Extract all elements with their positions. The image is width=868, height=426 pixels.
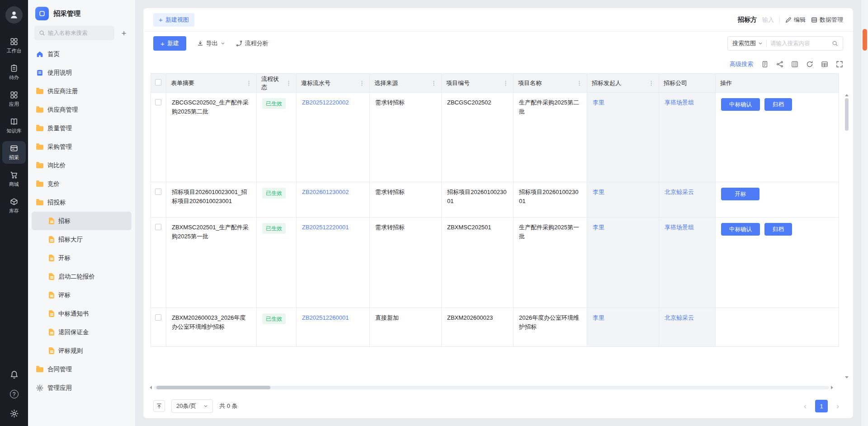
scroll-left-arrow[interactable]: [150, 386, 152, 389]
user-avatar[interactable]: [5, 6, 23, 24]
new-view-button[interactable]: + 新建视图: [153, 13, 194, 27]
settings-gear-icon[interactable]: [10, 409, 19, 418]
sidebar-item-award-notice[interactable]: 中标通知书: [32, 304, 132, 323]
scroll-down-arrow[interactable]: [845, 376, 849, 379]
next-page-button[interactable]: ›: [832, 402, 843, 410]
data-manage-button[interactable]: 数据管理: [811, 16, 843, 24]
sidebar-item-evaluation-rules[interactable]: 评标规则: [32, 341, 132, 360]
initiator-link[interactable]: 李里: [593, 189, 604, 195]
vertical-scrollbar[interactable]: [844, 94, 849, 379]
prev-page-button[interactable]: ‹: [800, 402, 811, 410]
export-doc-icon[interactable]: [761, 61, 769, 68]
horizontal-scroll-thumb[interactable]: [156, 386, 270, 389]
initiator-link[interactable]: 李里: [593, 99, 604, 106]
cell-project-no: 招标项目2026010023001: [442, 182, 514, 218]
sidebar-item-supplier-register[interactable]: 供应商注册: [32, 82, 132, 100]
status-badge: 已生效: [262, 313, 286, 324]
row-checkbox[interactable]: [155, 314, 161, 321]
sidebar-item-home[interactable]: 首页: [32, 45, 132, 63]
export-button[interactable]: 导出: [197, 39, 225, 47]
table-grid-icon[interactable]: [821, 61, 828, 68]
sidebar-item-quality-management[interactable]: 质量管理: [32, 119, 132, 137]
share-flow-icon[interactable]: [776, 61, 783, 68]
flow-analysis-button[interactable]: 流程分析: [236, 39, 269, 47]
select-all-checkbox[interactable]: [155, 79, 161, 85]
archive-button[interactable]: 归档: [764, 223, 792, 236]
sidebar-item-refund-deposit[interactable]: 退回保证金: [32, 323, 132, 341]
confirm-award-button[interactable]: 中标确认: [721, 98, 760, 111]
page-size-select[interactable]: 20条/页: [171, 399, 213, 413]
rail-item-inventory[interactable]: 库存: [2, 194, 26, 217]
sidebar-search-input[interactable]: [48, 30, 110, 36]
search-icon[interactable]: [832, 40, 838, 47]
open-bid-button[interactable]: 开标: [721, 188, 760, 200]
create-button[interactable]: + 新建: [153, 36, 186, 51]
sidebar-item-second-round-quote[interactable]: 启动二轮报价: [32, 267, 132, 286]
initiator-link[interactable]: 李里: [593, 224, 604, 231]
archive-button[interactable]: 归档: [764, 98, 792, 111]
column-settings-icon[interactable]: [791, 61, 798, 68]
sidebar-item-supplier-management[interactable]: 供应商管理: [32, 100, 132, 119]
sidebar-item-guide[interactable]: 使用说明: [32, 63, 132, 82]
sidebar-item-manage-apps[interactable]: 管理应用: [32, 379, 132, 397]
sidebar-item-tender-hall[interactable]: 招标大厅: [32, 230, 132, 249]
rail-item-todo[interactable]: 待办: [2, 61, 26, 84]
search-scope-select[interactable]: 搜索范围: [732, 39, 763, 47]
flow-no-link[interactable]: ZB202601230002: [302, 189, 349, 195]
pagination-bar: 20条/页 共 0 条 ‹ 1 ›: [143, 394, 853, 418]
sidebar-search[interactable]: [34, 26, 114, 40]
window-scrollbar[interactable]: [861, 0, 868, 426]
vertical-scroll-thumb[interactable]: [845, 98, 849, 131]
sidebar-item-bid-evaluation[interactable]: 评标: [32, 286, 132, 304]
sidebar-item-tender[interactable]: 招标: [32, 212, 132, 230]
role-input[interactable]: 输入: [762, 16, 774, 24]
column-menu-icon[interactable]: ⋮: [576, 80, 582, 86]
sidebar-item-contract-management[interactable]: 合同管理: [32, 360, 132, 379]
column-menu-icon[interactable]: ⋮: [431, 80, 437, 86]
row-checkbox[interactable]: [155, 189, 161, 195]
confirm-award-button[interactable]: 中标确认: [721, 223, 760, 236]
flow-no-link[interactable]: ZB202512220002: [302, 99, 349, 106]
company-link[interactable]: 享搭场景组: [665, 99, 694, 106]
row-checkbox[interactable]: [155, 224, 161, 230]
folder-open-icon: [36, 200, 43, 205]
sidebar-item-inquiry-compare[interactable]: 询比价: [32, 156, 132, 175]
refresh-icon[interactable]: [806, 61, 813, 68]
current-page-button[interactable]: 1: [815, 400, 828, 412]
column-menu-icon[interactable]: ⋮: [286, 80, 292, 86]
sidebar-item-tender-folder[interactable]: 招投标: [32, 193, 132, 212]
sidebar-item-bid-opening[interactable]: 开标: [32, 249, 132, 267]
rail-item-mall[interactable]: 商城: [2, 168, 26, 190]
flow-no-link[interactable]: ZB202512220001: [302, 224, 349, 231]
window-scroll-thumb[interactable]: [863, 29, 867, 51]
sidebar-item-purchase-management[interactable]: 采购管理: [32, 137, 132, 156]
horizontal-scrollbar[interactable]: [150, 385, 833, 390]
company-link[interactable]: 北京鲸采云: [665, 189, 694, 195]
company-link[interactable]: 北京鲸采云: [665, 314, 694, 321]
table-search-input[interactable]: [770, 40, 828, 47]
rail-item-knowledge[interactable]: 知识库: [2, 114, 26, 137]
initiator-link[interactable]: 李里: [593, 314, 604, 321]
table-row: ZBXMSC202501_生产配件采购2025第一批 已生效 ZB2025122…: [151, 218, 839, 308]
scroll-right-arrow[interactable]: [831, 386, 833, 389]
flow-no-link[interactable]: ZB202512260001: [302, 314, 349, 321]
notification-bell-icon[interactable]: [10, 370, 19, 379]
edit-button[interactable]: 编辑: [785, 16, 806, 24]
rail-item-apps[interactable]: 应用: [2, 88, 26, 110]
fullscreen-icon[interactable]: [836, 61, 843, 68]
sidebar-item-auction[interactable]: 竞价: [32, 175, 132, 193]
help-icon[interactable]: ?: [10, 390, 19, 398]
row-checkbox[interactable]: [155, 99, 161, 105]
column-menu-icon[interactable]: ⋮: [648, 80, 654, 86]
column-menu-icon[interactable]: ⋮: [503, 80, 509, 86]
rail-item-procurement[interactable]: 招采: [2, 141, 26, 164]
column-menu-icon[interactable]: ⋮: [246, 80, 252, 86]
scroll-up-arrow[interactable]: [845, 94, 849, 96]
back-top-icon[interactable]: [153, 400, 165, 412]
add-menu-button[interactable]: +: [119, 29, 129, 38]
rail-item-workbench[interactable]: 工作台: [2, 34, 26, 57]
company-link[interactable]: 享搭场景组: [665, 224, 694, 231]
app-logo: [35, 7, 49, 20]
column-menu-icon[interactable]: ⋮: [359, 80, 365, 86]
advanced-search-link[interactable]: 高级搜索: [730, 60, 753, 68]
